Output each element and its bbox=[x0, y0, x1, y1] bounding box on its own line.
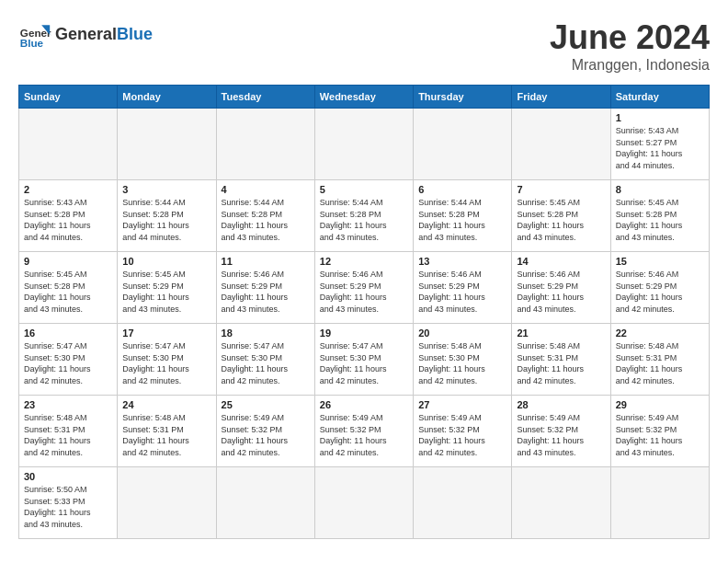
calendar-cell bbox=[216, 109, 314, 180]
calendar-cell: 3Sunrise: 5:44 AM Sunset: 5:28 PM Daylig… bbox=[118, 180, 216, 252]
calendar-cell: 21Sunrise: 5:48 AM Sunset: 5:31 PM Dayli… bbox=[512, 324, 610, 396]
day-info: Sunrise: 5:50 AM Sunset: 5:33 PM Dayligh… bbox=[24, 484, 112, 530]
day-number: 15 bbox=[616, 256, 704, 267]
calendar-table: SundayMondayTuesdayWednesdayThursdayFrid… bbox=[18, 85, 710, 539]
calendar-cell: 28Sunrise: 5:49 AM Sunset: 5:32 PM Dayli… bbox=[512, 396, 610, 467]
day-number: 14 bbox=[517, 256, 605, 267]
calendar-cell: 6Sunrise: 5:44 AM Sunset: 5:28 PM Daylig… bbox=[414, 180, 512, 252]
logo: General Blue GeneralBlue bbox=[18, 18, 153, 52]
calendar-cell bbox=[19, 109, 118, 180]
calendar-cell: 10Sunrise: 5:45 AM Sunset: 5:29 PM Dayli… bbox=[118, 252, 216, 324]
day-info: Sunrise: 5:45 AM Sunset: 5:28 PM Dayligh… bbox=[517, 197, 605, 243]
day-number: 1 bbox=[616, 112, 704, 123]
day-info: Sunrise: 5:48 AM Sunset: 5:31 PM Dayligh… bbox=[24, 412, 112, 458]
calendar-cell: 14Sunrise: 5:46 AM Sunset: 5:29 PM Dayli… bbox=[512, 252, 610, 324]
logo-text: GeneralBlue bbox=[55, 26, 153, 44]
calendar-cell bbox=[118, 467, 216, 539]
weekday-header-friday: Friday bbox=[512, 86, 610, 109]
calendar-cell: 12Sunrise: 5:46 AM Sunset: 5:29 PM Dayli… bbox=[314, 252, 413, 324]
day-number: 25 bbox=[222, 399, 310, 410]
day-number: 5 bbox=[320, 184, 408, 195]
calendar-cell: 25Sunrise: 5:49 AM Sunset: 5:32 PM Dayli… bbox=[216, 396, 314, 467]
day-info: Sunrise: 5:49 AM Sunset: 5:32 PM Dayligh… bbox=[616, 412, 704, 458]
day-info: Sunrise: 5:47 AM Sunset: 5:30 PM Dayligh… bbox=[222, 340, 310, 386]
weekday-header-sunday: Sunday bbox=[19, 86, 118, 109]
day-number: 26 bbox=[320, 399, 408, 410]
calendar-title: June 2024 bbox=[550, 18, 710, 57]
calendar-cell: 23Sunrise: 5:48 AM Sunset: 5:31 PM Dayli… bbox=[19, 396, 118, 467]
week-row-1: 1Sunrise: 5:43 AM Sunset: 5:27 PM Daylig… bbox=[19, 109, 710, 180]
day-number: 13 bbox=[418, 256, 506, 267]
day-number: 7 bbox=[517, 184, 605, 195]
day-info: Sunrise: 5:48 AM Sunset: 5:31 PM Dayligh… bbox=[616, 340, 704, 386]
weekday-header-saturday: Saturday bbox=[610, 86, 709, 109]
calendar-cell: 19Sunrise: 5:47 AM Sunset: 5:30 PM Dayli… bbox=[314, 324, 413, 396]
calendar-cell: 26Sunrise: 5:49 AM Sunset: 5:32 PM Dayli… bbox=[314, 396, 413, 467]
day-number: 9 bbox=[24, 256, 112, 267]
calendar-cell: 11Sunrise: 5:46 AM Sunset: 5:29 PM Dayli… bbox=[216, 252, 314, 324]
calendar-body: 1Sunrise: 5:43 AM Sunset: 5:27 PM Daylig… bbox=[19, 109, 710, 539]
day-number: 24 bbox=[122, 399, 210, 410]
day-number: 23 bbox=[24, 399, 112, 410]
calendar-cell bbox=[610, 467, 709, 539]
day-number: 17 bbox=[122, 327, 210, 339]
weekday-header-row: SundayMondayTuesdayWednesdayThursdayFrid… bbox=[19, 86, 710, 109]
svg-text:Blue: Blue bbox=[20, 37, 44, 49]
day-info: Sunrise: 5:49 AM Sunset: 5:32 PM Dayligh… bbox=[517, 412, 605, 458]
day-number: 16 bbox=[24, 327, 112, 339]
day-info: Sunrise: 5:44 AM Sunset: 5:28 PM Dayligh… bbox=[418, 197, 506, 243]
calendar-cell: 5Sunrise: 5:44 AM Sunset: 5:28 PM Daylig… bbox=[314, 180, 413, 252]
day-number: 20 bbox=[418, 327, 506, 339]
week-row-5: 23Sunrise: 5:48 AM Sunset: 5:31 PM Dayli… bbox=[19, 396, 710, 467]
week-row-3: 9Sunrise: 5:45 AM Sunset: 5:28 PM Daylig… bbox=[19, 252, 710, 324]
calendar-cell: 17Sunrise: 5:47 AM Sunset: 5:30 PM Dayli… bbox=[118, 324, 216, 396]
calendar-cell: 1Sunrise: 5:43 AM Sunset: 5:27 PM Daylig… bbox=[610, 109, 709, 180]
day-number: 18 bbox=[222, 327, 310, 339]
calendar-cell: 7Sunrise: 5:45 AM Sunset: 5:28 PM Daylig… bbox=[512, 180, 610, 252]
day-number: 12 bbox=[320, 256, 408, 267]
calendar-cell: 2Sunrise: 5:43 AM Sunset: 5:28 PM Daylig… bbox=[19, 180, 118, 252]
day-info: Sunrise: 5:44 AM Sunset: 5:28 PM Dayligh… bbox=[320, 197, 408, 243]
day-info: Sunrise: 5:46 AM Sunset: 5:29 PM Dayligh… bbox=[517, 269, 605, 315]
day-info: Sunrise: 5:48 AM Sunset: 5:30 PM Dayligh… bbox=[418, 340, 506, 386]
calendar-cell bbox=[512, 109, 610, 180]
day-info: Sunrise: 5:47 AM Sunset: 5:30 PM Dayligh… bbox=[24, 340, 112, 386]
day-info: Sunrise: 5:48 AM Sunset: 5:31 PM Dayligh… bbox=[517, 340, 605, 386]
day-info: Sunrise: 5:44 AM Sunset: 5:28 PM Dayligh… bbox=[122, 197, 210, 243]
day-info: Sunrise: 5:47 AM Sunset: 5:30 PM Dayligh… bbox=[320, 340, 408, 386]
day-number: 3 bbox=[122, 184, 210, 195]
day-info: Sunrise: 5:43 AM Sunset: 5:28 PM Dayligh… bbox=[24, 197, 112, 243]
day-number: 6 bbox=[418, 184, 506, 195]
day-info: Sunrise: 5:46 AM Sunset: 5:29 PM Dayligh… bbox=[616, 269, 704, 315]
day-info: Sunrise: 5:45 AM Sunset: 5:28 PM Dayligh… bbox=[616, 197, 704, 243]
week-row-2: 2Sunrise: 5:43 AM Sunset: 5:28 PM Daylig… bbox=[19, 180, 710, 252]
calendar-cell bbox=[314, 109, 413, 180]
week-row-4: 16Sunrise: 5:47 AM Sunset: 5:30 PM Dayli… bbox=[19, 324, 710, 396]
day-info: Sunrise: 5:46 AM Sunset: 5:29 PM Dayligh… bbox=[418, 269, 506, 315]
calendar-cell bbox=[414, 467, 512, 539]
day-info: Sunrise: 5:48 AM Sunset: 5:31 PM Dayligh… bbox=[122, 412, 210, 458]
calendar-cell: 15Sunrise: 5:46 AM Sunset: 5:29 PM Dayli… bbox=[610, 252, 709, 324]
day-info: Sunrise: 5:49 AM Sunset: 5:32 PM Dayligh… bbox=[320, 412, 408, 458]
day-number: 27 bbox=[418, 399, 506, 410]
weekday-header-thursday: Thursday bbox=[414, 86, 512, 109]
week-row-6: 30Sunrise: 5:50 AM Sunset: 5:33 PM Dayli… bbox=[19, 467, 710, 539]
weekday-header-wednesday: Wednesday bbox=[314, 86, 413, 109]
calendar-cell bbox=[512, 467, 610, 539]
day-number: 29 bbox=[616, 399, 704, 410]
weekday-header-tuesday: Tuesday bbox=[216, 86, 314, 109]
weekday-header-monday: Monday bbox=[118, 86, 216, 109]
calendar-cell: 27Sunrise: 5:49 AM Sunset: 5:32 PM Dayli… bbox=[414, 396, 512, 467]
day-number: 11 bbox=[222, 256, 310, 267]
day-info: Sunrise: 5:46 AM Sunset: 5:29 PM Dayligh… bbox=[222, 269, 310, 315]
calendar-cell: 4Sunrise: 5:44 AM Sunset: 5:28 PM Daylig… bbox=[216, 180, 314, 252]
calendar-subtitle: Mranggen, Indonesia bbox=[550, 57, 710, 74]
day-info: Sunrise: 5:43 AM Sunset: 5:27 PM Dayligh… bbox=[616, 125, 704, 171]
day-info: Sunrise: 5:45 AM Sunset: 5:29 PM Dayligh… bbox=[122, 269, 210, 315]
day-info: Sunrise: 5:46 AM Sunset: 5:29 PM Dayligh… bbox=[320, 269, 408, 315]
day-number: 28 bbox=[517, 399, 605, 410]
calendar-cell: 22Sunrise: 5:48 AM Sunset: 5:31 PM Dayli… bbox=[610, 324, 709, 396]
day-number: 2 bbox=[24, 184, 112, 195]
day-info: Sunrise: 5:45 AM Sunset: 5:28 PM Dayligh… bbox=[24, 269, 112, 315]
day-info: Sunrise: 5:44 AM Sunset: 5:28 PM Dayligh… bbox=[222, 197, 310, 243]
